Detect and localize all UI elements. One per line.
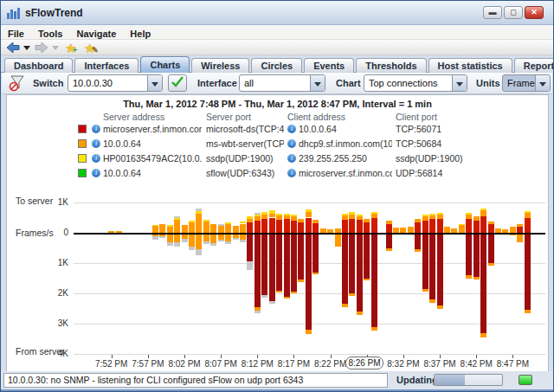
chart-bar[interactable] — [291, 202, 297, 354]
chart-bar[interactable] — [320, 202, 326, 354]
chart-bar[interactable] — [284, 202, 290, 354]
switch-combobox[interactable]: 10.0.0.30 — [68, 74, 163, 92]
chart-combobox[interactable]: Top connections — [364, 74, 467, 92]
chart-bar[interactable] — [502, 202, 508, 354]
title-bar[interactable]: sFlowTrend ▬ ◻ ✕ — [1, 1, 553, 25]
chart-bar[interactable] — [233, 202, 239, 354]
tab-wireless[interactable]: Wireless — [191, 58, 249, 73]
plot-area[interactable]: 7:52 PM7:57 PM8:02 PM8:07 PM8:12 PM8:17 … — [74, 202, 545, 354]
chart-bar[interactable] — [174, 202, 180, 354]
chart-bar[interactable] — [218, 202, 224, 354]
chart-bar[interactable] — [473, 202, 480, 354]
chart-bar[interactable] — [335, 202, 341, 354]
chart-bar[interactable] — [261, 202, 267, 354]
edit-favorites-icon[interactable]: ★ ✎ — [84, 41, 95, 56]
chart-bar[interactable] — [357, 202, 363, 354]
server-info-icon[interactable]: i — [92, 125, 100, 133]
client-info-icon[interactable]: i — [287, 139, 296, 148]
chart-bar[interactable] — [386, 202, 392, 354]
x-tick — [148, 355, 149, 358]
chart-bar[interactable] — [422, 202, 428, 354]
chart-bar[interactable] — [247, 202, 253, 354]
chart-bar[interactable] — [415, 202, 421, 354]
menu-item-file[interactable]: File — [1, 27, 31, 41]
tab-host-statistics[interactable]: Host statistics — [428, 58, 512, 73]
chart-bar[interactable] — [400, 202, 406, 354]
chart-bar[interactable] — [116, 202, 122, 354]
chart-bar[interactable] — [364, 202, 370, 354]
server-info-icon[interactable]: i — [92, 169, 100, 177]
add-favorite-icon[interactable]: ★ + — [65, 41, 76, 56]
menu-item-help[interactable]: Help — [123, 27, 158, 41]
chart-bar[interactable] — [306, 202, 312, 354]
tab-thresholds[interactable]: Thresholds — [356, 58, 426, 73]
server-info-icon[interactable]: i — [92, 154, 100, 163]
tab-dashboard[interactable]: Dashboard — [4, 58, 73, 73]
server-info-icon[interactable]: i — [92, 139, 100, 148]
client-info-icon[interactable]: i — [287, 154, 296, 163]
chart-bar[interactable] — [371, 202, 377, 354]
units-combo-button[interactable] — [535, 75, 550, 91]
chart-bar[interactable] — [240, 202, 246, 354]
chart-bar[interactable] — [495, 202, 501, 354]
menu-item-navigate[interactable]: Navigate — [69, 27, 123, 41]
chart-bar[interactable] — [408, 202, 414, 354]
tab-reports[interactable]: Reports — [514, 58, 554, 73]
back-arrow-icon[interactable] — [5, 41, 21, 58]
bar-segment-orange — [189, 222, 195, 233]
chart-bar[interactable] — [517, 202, 523, 354]
tab-charts[interactable]: Charts — [140, 56, 190, 73]
bar-segment-orange — [415, 219, 421, 222]
interface-combobox[interactable]: all — [239, 74, 325, 92]
forward-history-caret[interactable] — [52, 46, 59, 50]
chart-bar[interactable] — [276, 202, 282, 354]
bar-segment-red — [415, 222, 421, 233]
tab-events[interactable]: Events — [304, 58, 354, 73]
status-message-field[interactable]: 10.0.0.30: no SNMP - listening for CLI c… — [3, 373, 388, 388]
tab-circles[interactable]: Circles — [251, 58, 302, 73]
chart-bar[interactable] — [298, 202, 304, 354]
units-combobox[interactable]: Frames/s — [502, 74, 551, 92]
chart-bar[interactable] — [152, 202, 158, 354]
chart-bar[interactable] — [159, 202, 165, 354]
chart-bar[interactable] — [203, 202, 209, 354]
chart-bar[interactable] — [189, 202, 195, 354]
chart-combo-button[interactable] — [452, 75, 467, 91]
chart-bar[interactable] — [393, 202, 399, 354]
menu-item-tools[interactable]: Tools — [31, 27, 70, 41]
chart-bar[interactable] — [167, 202, 173, 354]
filter-disabled-icon[interactable] — [9, 75, 26, 95]
chart-bar[interactable] — [429, 202, 435, 354]
maximize-button[interactable]: ◻ — [504, 6, 523, 19]
switch-combo-button[interactable] — [147, 75, 162, 91]
chart-bar[interactable] — [488, 202, 494, 354]
chart-bar[interactable] — [480, 202, 486, 354]
chart-bar[interactable] — [459, 202, 465, 354]
back-history-caret[interactable] — [23, 46, 30, 50]
chart-bar[interactable] — [225, 202, 231, 354]
tab-interfaces[interactable]: Interfaces — [74, 58, 138, 73]
chart-bar[interactable] — [349, 202, 355, 354]
chart-bar[interactable] — [254, 202, 261, 354]
apply-switch-button[interactable] — [168, 74, 187, 92]
close-button[interactable]: ✕ — [525, 6, 544, 19]
chart-bar[interactable] — [437, 202, 443, 354]
chart-bar[interactable] — [466, 202, 472, 354]
interface-combo-button[interactable] — [310, 75, 325, 91]
minimize-button[interactable]: ▬ — [483, 6, 502, 19]
chart-bar[interactable] — [196, 202, 202, 354]
chart-bar[interactable] — [327, 202, 333, 354]
chart-bar[interactable] — [342, 202, 348, 354]
client-info-icon[interactable]: i — [287, 169, 296, 177]
chart-bar[interactable] — [182, 202, 188, 354]
chart-bar[interactable] — [108, 202, 114, 354]
chart-bar[interactable] — [510, 202, 516, 354]
chart-bar[interactable] — [525, 202, 531, 354]
forward-arrow-icon[interactable] — [34, 41, 49, 58]
chart-bar[interactable] — [312, 202, 319, 354]
client-info-icon[interactable]: i — [287, 125, 296, 133]
chart-bar[interactable] — [269, 202, 275, 354]
chart-bar[interactable] — [210, 202, 216, 354]
chart-bar[interactable] — [451, 202, 457, 354]
chart-bar[interactable] — [444, 202, 450, 354]
